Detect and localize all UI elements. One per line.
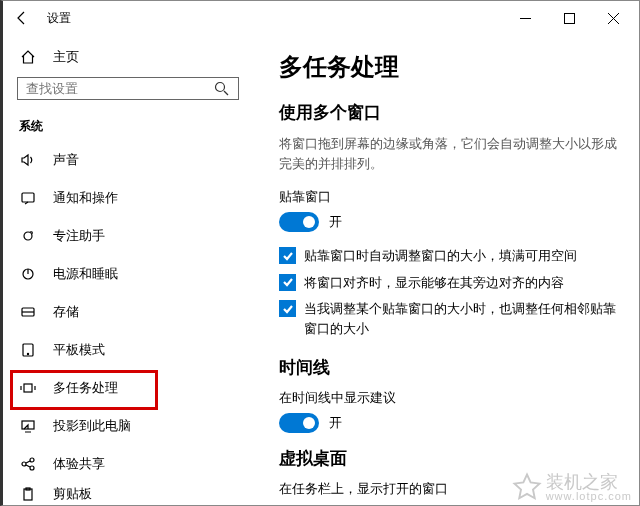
maximize-button[interactable] — [547, 3, 591, 33]
page-title: 多任务处理 — [279, 51, 623, 83]
notification-icon — [19, 190, 37, 206]
snap-label: 贴靠窗口 — [279, 188, 623, 206]
home-icon — [19, 49, 37, 65]
sidebar-item-power[interactable]: 电源和睡眠 — [3, 255, 253, 293]
sidebar-item-label: 投影到此电脑 — [53, 417, 131, 435]
svg-point-3 — [24, 232, 32, 240]
home-label: 主页 — [53, 48, 79, 66]
sidebar-item-projecting[interactable]: 投影到此电脑 — [3, 407, 253, 445]
share-icon — [19, 456, 37, 472]
svg-rect-13 — [24, 489, 32, 500]
check-label: 当我调整某个贴靠窗口的大小时，也调整任何相邻贴靠窗口的大小 — [304, 299, 623, 338]
sidebar-item-label: 多任务处理 — [53, 379, 118, 397]
search-input[interactable] — [26, 81, 214, 96]
sidebar-item-focus-assist[interactable]: 专注助手 — [3, 217, 253, 255]
snap-toggle[interactable] — [279, 212, 319, 232]
sidebar-item-notifications[interactable]: 通知和操作 — [3, 179, 253, 217]
power-icon — [19, 266, 37, 282]
check-label: 贴靠窗口时自动调整窗口的大小，填满可用空间 — [304, 246, 577, 266]
sidebar-item-label: 平板模式 — [53, 341, 105, 359]
group-title: 系统 — [3, 110, 253, 141]
sidebar-item-label: 电源和睡眠 — [53, 265, 118, 283]
svg-point-11 — [30, 458, 34, 462]
back-button[interactable] — [13, 10, 31, 26]
window-title: 设置 — [47, 10, 71, 27]
section-heading: 虚拟桌面 — [279, 447, 623, 470]
multitasking-icon — [19, 380, 37, 396]
sidebar-item-shared[interactable]: 体验共享 — [3, 445, 253, 483]
section-description: 将窗口拖到屏幕的边缘或角落，它们会自动调整大小以形成完美的并排排列。 — [279, 134, 623, 174]
checkbox-2[interactable] — [279, 274, 296, 291]
search-icon — [214, 81, 230, 96]
focus-icon — [19, 228, 37, 244]
sidebar: 主页 系统 声音 — [3, 35, 253, 505]
tablet-icon — [19, 342, 37, 358]
search-box[interactable] — [17, 77, 239, 100]
checkbox-1[interactable] — [279, 247, 296, 264]
sidebar-item-label: 专注助手 — [53, 227, 105, 245]
sidebar-item-sound[interactable]: 声音 — [3, 141, 253, 179]
svg-rect-0 — [564, 13, 574, 23]
svg-point-7 — [27, 353, 28, 354]
close-button[interactable] — [591, 3, 635, 33]
sidebar-item-storage[interactable]: 存储 — [3, 293, 253, 331]
sidebar-item-multitasking[interactable]: 多任务处理 — [3, 369, 253, 407]
project-icon — [19, 418, 37, 434]
sidebar-item-label: 剪贴板 — [53, 485, 92, 503]
minimize-button[interactable] — [503, 3, 547, 33]
sound-icon — [19, 152, 37, 168]
svg-rect-8 — [24, 384, 32, 392]
check-label: 将窗口对齐时，显示能够在其旁边对齐的内容 — [304, 273, 564, 293]
sidebar-item-tablet[interactable]: 平板模式 — [3, 331, 253, 369]
svg-point-12 — [30, 466, 34, 470]
sidebar-item-label: 通知和操作 — [53, 189, 118, 207]
svg-rect-2 — [22, 193, 34, 202]
section-heading: 时间线 — [279, 356, 623, 379]
sidebar-item-label: 存储 — [53, 303, 79, 321]
titlebar: 设置 — [3, 1, 639, 35]
clipboard-icon — [19, 486, 37, 502]
checkbox-3[interactable] — [279, 300, 296, 317]
section-heading: 使用多个窗口 — [279, 101, 623, 124]
settings-window: 设置 主页 — [0, 0, 640, 506]
sidebar-item-label: 体验共享 — [53, 455, 105, 473]
home-button[interactable]: 主页 — [3, 43, 253, 71]
storage-icon — [19, 304, 37, 320]
svg-point-1 — [216, 82, 225, 91]
virtual-desktop-label: 在任务栏上，显示打开的窗口 — [279, 480, 623, 498]
timeline-label: 在时间线中显示建议 — [279, 389, 623, 407]
content-area: 多任务处理 使用多个窗口 将窗口拖到屏幕的边缘或角落，它们会自动调整大小以形成完… — [253, 35, 639, 505]
svg-point-10 — [22, 462, 26, 466]
sidebar-item-label: 声音 — [53, 151, 79, 169]
toggle-state: 开 — [329, 414, 342, 432]
toggle-state: 开 — [329, 213, 342, 231]
sidebar-item-clipboard[interactable]: 剪贴板 — [3, 483, 253, 505]
timeline-toggle[interactable] — [279, 413, 319, 433]
